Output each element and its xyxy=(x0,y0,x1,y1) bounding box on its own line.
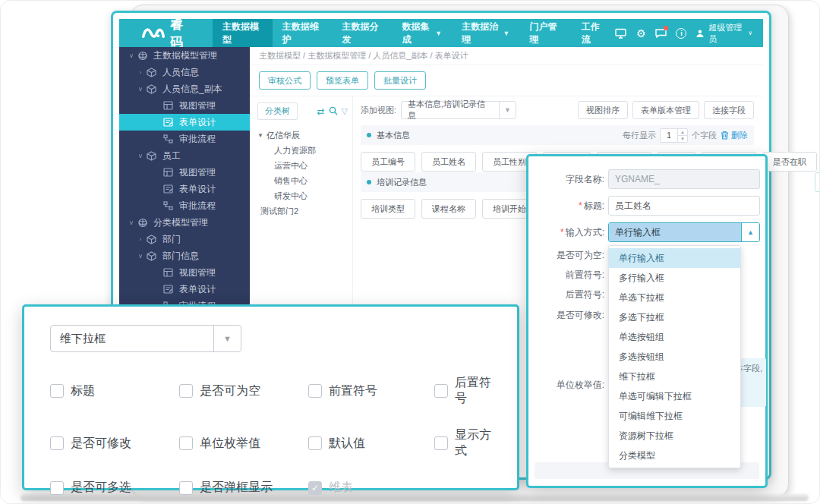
option-checkboxes: 标题 是否可为空 前置符号 后置符号 xyxy=(50,375,494,496)
option-checkbox[interactable]: 是否可多选 xyxy=(50,480,179,496)
sidebar-item[interactable]: 表单设计 xyxy=(119,114,250,131)
sidebar-item-icon xyxy=(163,168,175,178)
designer-top-button[interactable]: 连接字段 xyxy=(704,101,754,119)
sidebar-item-icon xyxy=(137,51,149,61)
dropdown-option[interactable]: 单行输入框 xyxy=(609,248,740,268)
dropdown-option[interactable]: 维下拉框 xyxy=(609,367,740,386)
dropdown-option[interactable]: 单选按钮组 xyxy=(609,327,740,347)
sidebar-item[interactable]: 视图管理 xyxy=(119,97,250,114)
sidebar-item[interactable]: › 部门 xyxy=(119,231,250,247)
filter-icon[interactable]: ▽ xyxy=(342,106,348,116)
control-type-select[interactable]: 维下拉框 ▼ xyxy=(50,325,241,352)
swap-icon[interactable]: ⇄ xyxy=(317,106,324,117)
nav-item[interactable]: 主数据治理 ▼ xyxy=(452,19,519,47)
sidebar-item[interactable]: ∨ 部门信息 xyxy=(119,247,250,264)
field-chip[interactable]: 员工姓名 xyxy=(421,152,476,172)
nav-item[interactable]: 工作流 xyxy=(572,19,616,47)
dropdown-option[interactable]: 分类模型 xyxy=(609,446,740,465)
chevron-down-icon: ▼ xyxy=(435,30,442,37)
tree-node[interactable]: 运营中心 xyxy=(257,158,348,173)
option-checkbox[interactable]: 标题 xyxy=(50,375,179,407)
sidebar-item[interactable]: 表单设计 xyxy=(119,181,250,197)
sidebar-item-icon xyxy=(163,101,175,111)
dropdown-option[interactable]: 多行输入框 xyxy=(609,268,740,288)
nav-item[interactable]: 数据集成 ▼ xyxy=(392,19,452,47)
sidebar-item[interactable]: 表单设计 xyxy=(119,281,250,298)
checkbox-icon xyxy=(308,384,322,398)
toolbar-button[interactable]: 预览表单 xyxy=(317,71,368,90)
sidebar-item[interactable]: 视图管理 xyxy=(119,164,250,181)
field-chip[interactable]: 员工编号 xyxy=(361,152,415,172)
search-icon[interactable] xyxy=(329,105,338,118)
nav-item[interactable]: 主数据模型 xyxy=(213,19,273,47)
tree-node[interactable]: 测试部门2 xyxy=(257,203,348,219)
toolbar: 审核公式预览表单批量设计 xyxy=(250,65,763,96)
info-icon[interactable]: i xyxy=(676,27,686,39)
option-checkbox[interactable]: 后置符号 xyxy=(434,375,494,407)
message-icon[interactable] xyxy=(655,27,667,39)
sidebar-item-icon xyxy=(163,268,175,278)
dropdown-option[interactable]: 单选下拉框 xyxy=(609,288,740,307)
toolbar-button[interactable]: 审核公式 xyxy=(259,71,311,90)
option-checkbox[interactable]: 单位枚举值 xyxy=(179,427,308,459)
tree-node[interactable]: 销售中心 xyxy=(257,173,348,188)
breadcrumb: 主数据模型 / 主数据模型管理 / 人员信息_副本 / 表单设计 xyxy=(250,47,763,65)
display-options-dialog: 维下拉框 ▼ 标题 是否可为空 前置符号 xyxy=(22,304,519,490)
dropdown-option[interactable]: 多选下拉框 xyxy=(609,307,740,327)
option-checkbox[interactable]: 显示方式 xyxy=(434,427,494,459)
nav-item[interactable]: 门户管理 xyxy=(519,19,571,47)
tree-tab[interactable]: 分类树 xyxy=(257,102,298,120)
sidebar-item[interactable]: ∨ 主数据模型管理 xyxy=(119,47,250,64)
brand: 睿码 xyxy=(119,16,213,51)
sidebar-item[interactable]: 视图管理 xyxy=(119,264,250,281)
dropdown-option[interactable]: 多选按钮组 xyxy=(609,347,740,367)
sidebar-item[interactable]: ∨ 员工 xyxy=(119,147,250,164)
field-chip[interactable]: 课程名称 xyxy=(421,199,476,219)
gear-icon[interactable]: ⚙ xyxy=(636,27,646,39)
tree-node[interactable]: 研发中心 xyxy=(257,188,348,203)
title-input[interactable]: 员工姓名 xyxy=(608,196,760,216)
option-checkbox[interactable]: 是否弹框显示 xyxy=(179,480,308,496)
nav-item[interactable]: 主数据分发 xyxy=(333,19,393,47)
option-checkbox[interactable]: 是否可修改 xyxy=(50,427,179,459)
tree-node[interactable]: 人力资源部 xyxy=(257,143,348,158)
app-header: 睿码 主数据模型 主数据维护 主数据分发 xyxy=(119,19,763,47)
modifiable-label: 是否可修改: xyxy=(528,309,604,322)
option-checkbox[interactable]: 是否可为空 xyxy=(179,375,308,407)
chevron-down-icon: ∨ xyxy=(748,30,752,36)
dropdown-option[interactable]: 单选可编辑下拉框 xyxy=(609,386,740,406)
field-name-input[interactable]: YGNAME_ xyxy=(608,169,760,189)
field-chip[interactable]: 是否在职 xyxy=(762,152,817,172)
designer-top-button[interactable]: 视图排序 xyxy=(578,101,628,119)
input-mode-select[interactable]: 单行输入框 ▲ xyxy=(608,222,760,242)
delete-button[interactable]: 删除 xyxy=(721,130,748,141)
add-view-select[interactable]: 基本信息,培训记录信息 ▼ xyxy=(401,101,516,119)
toolbar-button[interactable]: 批量设计 xyxy=(374,71,426,90)
option-checkbox[interactable]: 维表 xyxy=(308,480,434,496)
add-field-button[interactable]: + 添加 xyxy=(815,172,820,192)
dropdown-option[interactable]: 资源树下拉框 xyxy=(609,426,740,446)
sidebar-item-icon xyxy=(163,134,175,144)
per-row-suffix: 个字段 xyxy=(692,130,717,141)
sidebar-item[interactable]: 审批流程 xyxy=(119,131,250,147)
per-row-stepper[interactable]: 1 ▲▼ xyxy=(660,128,688,143)
nav-item[interactable]: 主数据维护 xyxy=(273,19,333,47)
sidebar-item-icon xyxy=(163,118,175,128)
monitor-icon[interactable] xyxy=(615,27,626,39)
sidebar-item[interactable]: ∨ 分类模型管理 xyxy=(119,214,250,231)
checkbox-icon xyxy=(50,384,64,398)
tree-node-root[interactable]: ▼ 亿信华辰 xyxy=(257,128,348,143)
checkbox-icon xyxy=(179,481,193,495)
ruima-logo-icon xyxy=(142,26,165,41)
option-checkbox[interactable]: 前置符号 xyxy=(308,375,434,407)
designer-top-button[interactable]: 表单版本管理 xyxy=(632,101,699,119)
field-chip[interactable]: 培训类型 xyxy=(361,199,415,219)
option-checkbox[interactable]: 默认值 xyxy=(308,427,434,459)
checkbox-icon xyxy=(308,436,322,450)
sidebar-item[interactable]: ∨ 人员信息_副本 xyxy=(119,80,250,97)
sidebar-item[interactable]: › 人员信息 xyxy=(119,64,250,80)
checkbox-icon xyxy=(434,384,448,398)
dropdown-option[interactable]: 可编辑维下拉框 xyxy=(609,406,740,426)
sidebar-item[interactable]: 审批流程 xyxy=(119,197,250,214)
user-menu[interactable]: 超级管理员 ∨ xyxy=(695,22,752,45)
